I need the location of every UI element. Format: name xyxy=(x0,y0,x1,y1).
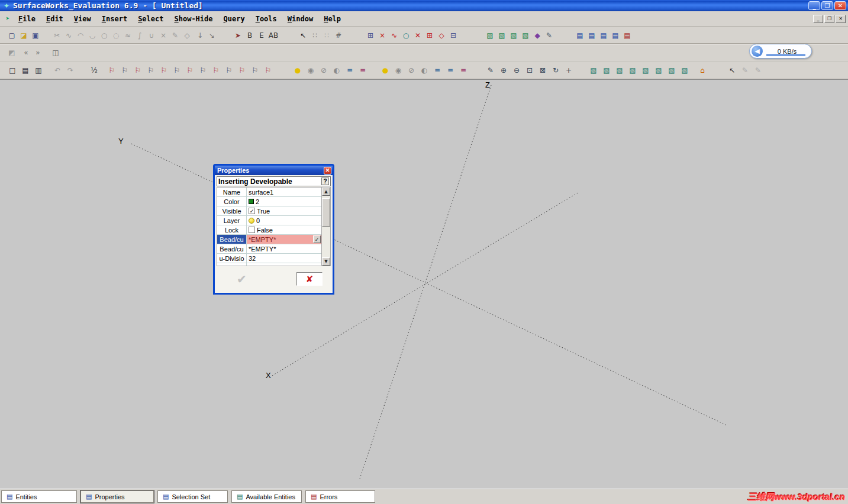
label-ab-icon[interactable]: AB xyxy=(267,30,279,41)
property-value-icon[interactable] xyxy=(249,227,255,233)
pointer-icon[interactable]: ↖ xyxy=(297,30,309,41)
mdi-close-button[interactable]: ✕ xyxy=(836,15,846,23)
diamond-tool-icon[interactable]: ◆ xyxy=(531,30,543,41)
entities-report-icon[interactable]: ▤ xyxy=(574,30,586,41)
property-row[interactable]: u-Subdiv 1 xyxy=(217,263,321,266)
help-button[interactable]: ? xyxy=(321,177,329,185)
paste-entity-icon[interactable]: ▧ xyxy=(496,30,508,41)
property-row[interactable]: Lock False xyxy=(217,225,321,235)
eq-children-icon[interactable]: ≡ xyxy=(444,64,457,76)
menu-item[interactable]: Edit xyxy=(41,13,69,25)
property-label[interactable]: u-Divisio xyxy=(217,254,247,263)
pick-remove-icon[interactable]: ✎ xyxy=(752,64,765,76)
scroll-thumb[interactable] xyxy=(322,198,330,227)
copy-entity-icon[interactable]: ▧ xyxy=(484,30,496,41)
view-back-icon[interactable]: ▧ xyxy=(639,64,652,76)
property-label[interactable]: Bead/cu xyxy=(217,244,247,253)
property-label[interactable]: Bead/cu xyxy=(217,235,247,244)
tile-windows-icon[interactable]: ◫ xyxy=(50,47,62,59)
property-label[interactable]: Layer xyxy=(217,216,247,225)
view-left-icon[interactable]: ▧ xyxy=(652,64,665,76)
flag-grid-icon[interactable]: ⚐ xyxy=(196,64,209,76)
view-single-icon[interactable]: □ xyxy=(6,64,19,76)
polar-snap-icon[interactable]: ◇ xyxy=(436,30,447,41)
project-tool-icon[interactable]: ∪ xyxy=(146,30,157,41)
property-label[interactable]: Name xyxy=(217,188,247,196)
menu-item[interactable]: Tools xyxy=(250,13,282,25)
close-button[interactable]: ✕ xyxy=(834,1,846,10)
menu-item[interactable]: File xyxy=(13,13,41,25)
redo-icon[interactable]: ↷ xyxy=(64,64,77,76)
undo-icon[interactable]: ↶ xyxy=(51,64,64,76)
flag-points-icon[interactable]: ⚐ xyxy=(105,64,118,76)
hide-entities-icon[interactable]: ⊘ xyxy=(317,64,330,76)
view-perspective-icon[interactable]: ▧ xyxy=(678,64,691,76)
copy-curve-icon[interactable]: ∿ xyxy=(63,30,75,41)
circle-snap-icon[interactable]: ○ xyxy=(400,30,412,41)
divide-half-icon[interactable]: ½ xyxy=(88,64,101,76)
show-entities-icon[interactable]: ◉ xyxy=(304,64,317,76)
relabel-tool-icon[interactable]: ✎ xyxy=(169,30,181,41)
view-top-icon[interactable]: ▧ xyxy=(600,64,613,76)
zoom-window-icon[interactable]: ⊡ xyxy=(523,64,536,76)
tab-selection-set[interactable]: ▤ Selection Set xyxy=(157,490,228,503)
view-rows-icon[interactable]: ▤ xyxy=(19,64,32,76)
property-value-icon[interactable] xyxy=(249,218,254,224)
menu-item[interactable]: Show-Hide xyxy=(169,13,218,25)
pick-add-icon[interactable]: ✎ xyxy=(739,64,752,76)
view-iso-icon[interactable]: ▧ xyxy=(587,64,600,76)
spline-tool-icon[interactable]: ≈ xyxy=(122,30,134,41)
property-row[interactable]: Visible True xyxy=(217,206,321,216)
view-front-icon[interactable]: ▧ xyxy=(626,64,639,76)
pick-pointer-icon[interactable]: ↖ xyxy=(726,64,739,76)
maximize-button[interactable]: ❐ xyxy=(821,1,833,10)
dialog-close-button[interactable]: ✕ xyxy=(324,167,331,175)
rotate-view-icon[interactable]: ↻ xyxy=(549,64,562,76)
menu-item[interactable]: Insert xyxy=(96,13,133,25)
mdi-minimize-button[interactable]: _ xyxy=(813,15,823,23)
show-eq-icon[interactable]: ≡ xyxy=(343,64,356,76)
property-row[interactable]: Name surface1 xyxy=(217,188,321,197)
property-row[interactable]: Color 2 xyxy=(217,197,321,206)
curve-snap-icon[interactable]: ∿ xyxy=(388,30,400,41)
toggle-visibility-icon[interactable]: ◐ xyxy=(330,64,343,76)
intersect-tool-icon[interactable]: × xyxy=(157,30,169,41)
property-value[interactable]: surface1 xyxy=(247,188,321,196)
ok-button[interactable]: ✔ xyxy=(237,272,247,286)
available-report-icon[interactable]: ▤ xyxy=(610,30,621,41)
download-speed-widget[interactable]: ◀ 0 KB/s xyxy=(749,44,812,59)
properties-report-icon[interactable]: ▤ xyxy=(586,30,598,41)
zoom-extents-icon[interactable]: ⊠ xyxy=(536,64,549,76)
orient-arrows-icon[interactable]: ➤ xyxy=(232,30,244,41)
flag-surfaces-icon[interactable]: ⚐ xyxy=(131,64,144,76)
show-lamp-icon[interactable]: ● xyxy=(291,64,304,76)
flag-mesh-icon[interactable]: ⚐ xyxy=(183,64,196,76)
scroll-down-button[interactable]: ▼ xyxy=(322,257,330,266)
eq-all-icon[interactable]: ≡ xyxy=(457,64,470,76)
pour-curve-icon[interactable]: ↘ xyxy=(206,30,218,41)
blend-tool-icon[interactable]: ◡ xyxy=(86,30,98,41)
property-value[interactable]: 0 xyxy=(247,216,321,225)
flag-labels-icon[interactable]: ⚐ xyxy=(157,64,170,76)
property-row[interactable]: u-Divisio 32 xyxy=(217,254,321,263)
lamp-parents-icon[interactable]: ● xyxy=(379,64,392,76)
flag-trim-icon[interactable]: ⚐ xyxy=(262,64,275,76)
hide-parents-icon[interactable]: ⊘ xyxy=(405,64,418,76)
home-view-icon[interactable]: ⌂ xyxy=(696,64,709,76)
menu-item[interactable]: Query xyxy=(218,13,250,25)
duplicate-entity-icon[interactable]: ▧ xyxy=(508,30,520,41)
value-picker-button[interactable]: ✓ xyxy=(313,235,321,243)
flag-axes-icon[interactable]: ⚐ xyxy=(209,64,223,76)
fillet-tool-icon[interactable]: ◠ xyxy=(75,30,86,41)
cancel-button[interactable]: ✘ xyxy=(306,274,314,285)
zoom-in-icon[interactable]: ⊕ xyxy=(497,64,510,76)
scrollbar[interactable]: ▲ ▼ xyxy=(321,188,330,266)
properties-dialog[interactable]: Properties ✕ Inserting Developable ? Nam… xyxy=(213,164,334,295)
menu-item[interactable]: Window xyxy=(282,13,318,25)
property-value[interactable]: 2 xyxy=(247,197,321,206)
property-row[interactable]: Layer 0 xyxy=(217,216,321,225)
note-tool-icon[interactable]: ✎ xyxy=(543,30,555,41)
zoom-pencil-icon[interactable]: ✎ xyxy=(484,64,497,76)
menu-item[interactable]: Help xyxy=(318,13,346,25)
selection-report-icon[interactable]: ▤ xyxy=(598,30,610,41)
